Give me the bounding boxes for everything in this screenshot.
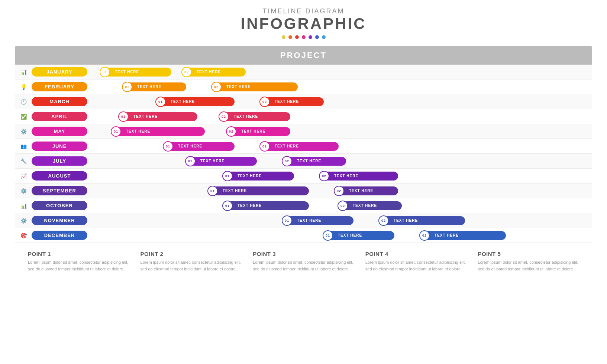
bar-badge: 02 — [219, 111, 229, 122]
gantt-bar: 02TEXT HERE — [223, 112, 290, 121]
row-icon: 📈 — [18, 173, 29, 179]
point-item: POINT 4Lorem ipsum dolor sit amet, conse… — [360, 251, 472, 272]
bar-badge: 02 — [226, 126, 236, 137]
gantt-bar: 01TEXT HERE — [227, 201, 309, 210]
gantt-bar: 01TEXT HERE — [227, 172, 294, 181]
row-timeline: 01TEXT HERE02TEXT HERE — [104, 198, 592, 213]
bar-badge: 01 — [207, 186, 218, 196]
row-timeline: 01TEXT HERE02TEXT HERE — [104, 65, 592, 79]
gantt-bar: 02TEXT HERE — [424, 231, 506, 240]
row-timeline: 01TEXT HERE02TEXT HERE — [104, 79, 592, 94]
bar-label: TEXT HERE — [137, 85, 161, 89]
gantt-bar: 02TEXT HERE — [383, 216, 465, 225]
bar-badge: 02 — [338, 201, 348, 211]
row-icon: 📊 — [18, 69, 29, 75]
gantt-row: 📊JANUARY01TEXT HERE02TEXT HERE — [15, 65, 592, 79]
row-timeline: 01TEXT HERE02TEXT HERE — [104, 213, 592, 228]
row-timeline: 01TEXT HERE02TEXT HERE — [104, 139, 592, 153]
point-text: Lorem ipsum dolor sit amet, consectetur … — [365, 259, 467, 272]
gantt-row: 🔧JULY01TEXT HERE02TEXT HERE — [15, 154, 592, 169]
bar-badge: 01 — [155, 97, 166, 107]
bar-label: TEXT HERE — [297, 218, 321, 222]
bar-label: TEXT HERE — [200, 159, 225, 163]
month-label: OCTOBER — [32, 201, 87, 210]
header-dot — [295, 35, 299, 39]
bar-badge: 01 — [122, 82, 132, 92]
point-item: POINT 1Lorem ipsum dolor sit amet, conse… — [22, 251, 135, 272]
gantt-row: ⚙️MAY01TEXT HERE02TEXT HERE — [15, 124, 592, 139]
bar-label: TEXT HERE — [338, 233, 362, 237]
header: Timeline Diagram INFOGRAPHIC — [15, 7, 592, 39]
bar-badge: 01 — [222, 171, 233, 181]
bar-badge: 01 — [163, 141, 173, 152]
gantt-bar: 01TEXT HERE — [116, 127, 205, 136]
gantt-bar: 01TEXT HERE — [212, 186, 309, 195]
bar-label: TEXT HERE — [353, 204, 377, 208]
point-title: POINT 2 — [141, 251, 242, 257]
bar-label: TEXT HERE — [275, 144, 299, 148]
header-subtitle: Timeline Diagram — [15, 7, 592, 15]
header-dot — [288, 35, 292, 39]
row-icon: 🎯 — [18, 233, 29, 238]
point-title: POINT 5 — [478, 251, 579, 257]
row-timeline: 01TEXT HERE02TEXT HERE — [104, 183, 592, 198]
row-timeline: 01TEXT HERE02TEXT HERE — [104, 169, 592, 183]
row-icon: ⚙️ — [18, 218, 29, 224]
bar-badge: 02 — [259, 141, 270, 152]
row-icon: 👥 — [18, 143, 29, 149]
point-title: POINT 3 — [253, 251, 354, 257]
gantt-row: ✅APRIL01TEXT HERE02TEXT HERE — [15, 109, 592, 124]
month-label: APRIL — [32, 112, 87, 121]
gantt-bar: 01TEXT HERE — [168, 142, 235, 151]
header-dot — [309, 35, 312, 39]
point-text: Lorem ipsum dolor sit amet, consectetur … — [141, 259, 242, 272]
row-icon: 📊 — [18, 203, 29, 209]
header-title: INFOGRAPHIC — [15, 15, 592, 32]
bar-label: TEXT HERE — [226, 85, 251, 89]
points-row: POINT 1Lorem ipsum dolor sit amet, conse… — [15, 251, 592, 272]
bar-label: TEXT HERE — [435, 233, 459, 237]
bar-badge: 02 — [319, 171, 329, 181]
bar-badge: 01 — [185, 156, 196, 166]
gantt-bar: 02TEXT HERE — [342, 201, 402, 210]
bar-label: TEXT HERE — [297, 159, 321, 163]
bar-badge: 01 — [222, 201, 233, 211]
month-label: AUGUST — [32, 171, 87, 181]
bar-badge: 02 — [259, 97, 270, 107]
month-label: JANUARY — [32, 67, 87, 77]
bar-badge: 02 — [334, 186, 344, 196]
row-timeline: 01TEXT HERE02TEXT HERE — [104, 154, 592, 168]
point-title: POINT 1 — [28, 251, 129, 257]
gantt-row: 💡FEBRUARY01TEXT HERE02TEXT HERE — [15, 79, 592, 94]
row-icon: ⚙️ — [18, 129, 29, 134]
bar-badge: 01 — [323, 230, 333, 241]
bar-label: TEXT HERE — [178, 144, 202, 148]
gantt-header: PROJECT — [15, 46, 592, 65]
row-icon: 🔧 — [18, 158, 29, 164]
gantt-bar: 01TEXT HERE — [287, 216, 353, 225]
gantt-bar: 02TEXT HERE — [216, 82, 298, 91]
bar-badge: 01 — [100, 67, 110, 77]
page: Timeline Diagram INFOGRAPHIC PROJECT 📊JA… — [0, 0, 607, 364]
gantt-bar: 02TEXT HERE — [264, 142, 339, 151]
header-dot — [315, 35, 319, 39]
row-timeline: 01TEXT HERE02TEXT HERE — [104, 94, 592, 109]
gantt-bar: 02TEXT HERE — [264, 97, 324, 106]
bar-label: TEXT HERE — [115, 70, 139, 74]
gantt-bar: 01TEXT HERE — [127, 82, 186, 91]
bar-label: TEXT HERE — [275, 100, 299, 104]
bar-badge: 02 — [378, 215, 389, 226]
point-text: Lorem ipsum dolor sit amet, consectetur … — [478, 259, 579, 272]
month-label: NOVEMBER — [32, 216, 87, 225]
bar-label: TEXT HERE — [234, 114, 258, 118]
bar-badge: 02 — [419, 230, 430, 241]
gantt-bar: 01TEXT HERE — [160, 97, 235, 106]
header-dot — [302, 35, 306, 39]
header-dot — [282, 35, 285, 39]
bar-label: TEXT HERE — [171, 100, 195, 104]
gantt-row: 👥JUNE01TEXT HERE02TEXT HERE — [15, 139, 592, 154]
gantt-bar: 02TEXT HERE — [339, 186, 398, 195]
header-dot — [322, 35, 326, 39]
bar-label: TEXT HERE — [241, 129, 265, 133]
bar-label: TEXT HERE — [238, 174, 262, 178]
